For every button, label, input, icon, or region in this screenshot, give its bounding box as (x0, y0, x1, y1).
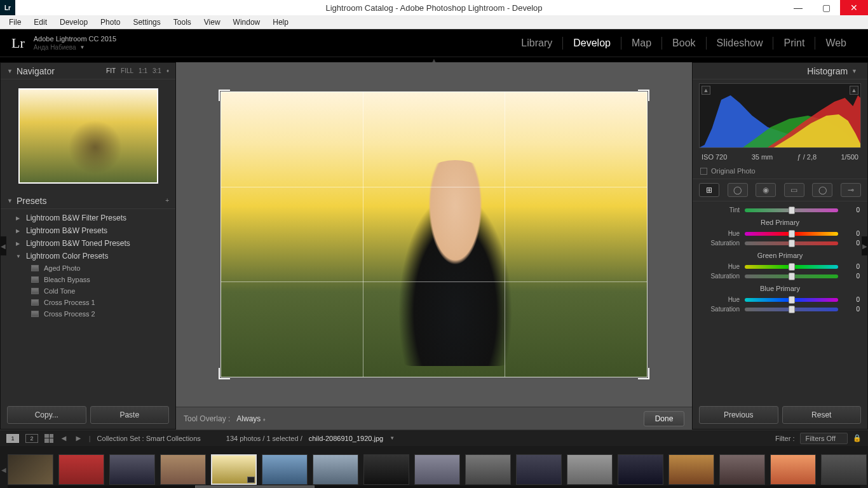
saturation-slider-row[interactable]: Saturation0 (700, 304, 860, 314)
image-canvas[interactable] (220, 92, 648, 377)
navigator-header[interactable]: ▼Navigator FITFILL1:13:1♦ (1, 63, 175, 79)
menu-tools[interactable]: Tools (167, 17, 198, 28)
menu-help[interactable]: Help (266, 17, 295, 28)
preset-group[interactable]: ▶Lightroom B&W Toned Presets (1, 237, 175, 250)
reset-button[interactable]: Reset (782, 406, 862, 424)
module-develop[interactable]: Develop (563, 37, 621, 50)
filmstrip-thumb[interactable] (516, 454, 562, 485)
crop-overlay[interactable] (220, 92, 648, 377)
filmstrip-thumb[interactable] (160, 454, 206, 485)
menu-view[interactable]: View (198, 17, 227, 28)
monitor-1-button[interactable]: 1 (6, 434, 19, 443)
filmstrip-thumb[interactable] (109, 454, 155, 485)
filmstrip-thumb[interactable] (668, 454, 714, 485)
module-print[interactable]: Print (773, 37, 815, 50)
right-panel-collapse[interactable]: ▶ (862, 236, 868, 255)
hue-slider-row[interactable]: Hue0 (700, 229, 860, 238)
filmstrip-thumb[interactable] (8, 454, 53, 485)
tint-slider-row[interactable]: Tint 0 (700, 205, 860, 215)
monitor-2-button[interactable]: 2 (25, 434, 38, 443)
filmstrip-thumb[interactable] (313, 454, 358, 485)
zoom-fit[interactable]: FIT (106, 67, 116, 74)
preset-item[interactable]: Cross Process 1 (1, 297, 175, 308)
saturation-slider-row[interactable]: Saturation0 (700, 271, 860, 281)
module-web[interactable]: Web (815, 37, 857, 50)
preset-item[interactable]: Cross Process 2 (1, 308, 175, 320)
filmstrip-thumb[interactable] (262, 454, 308, 485)
menu-file[interactable]: File (3, 17, 27, 28)
preset-group[interactable]: ▼Lightroom Color Presets (1, 250, 175, 262)
histogram-header[interactable]: Histogram▼ (693, 63, 867, 79)
next-photo-icon[interactable]: ► (74, 433, 83, 443)
filmstrip-scrollbar[interactable] (8, 485, 860, 488)
brush-tool[interactable]: ⊸ (841, 183, 861, 197)
crop-tool[interactable]: ⊞ (699, 183, 719, 197)
hue-slider-row[interactable]: Hue0 (700, 262, 860, 271)
image-canvas-area[interactable] (176, 62, 692, 407)
zoom-3-1[interactable]: 3:1 (153, 67, 161, 74)
radial-tool[interactable]: ◯ (812, 183, 832, 197)
menu-photo[interactable]: Photo (94, 17, 126, 28)
filmstrip-thumb[interactable] (211, 454, 257, 485)
original-photo-checkbox[interactable] (700, 168, 707, 175)
filmstrip-thumb[interactable] (465, 454, 511, 485)
saturation-slider-row[interactable]: Saturation0 (700, 238, 860, 248)
top-panel-collapse[interactable]: ▲ (0, 57, 868, 62)
maximize-button[interactable]: ▢ (812, 0, 840, 15)
menu-edit[interactable]: Edit (27, 17, 53, 28)
module-library[interactable]: Library (511, 37, 563, 50)
done-button[interactable]: Done (644, 411, 684, 426)
add-preset-icon[interactable]: + (165, 197, 169, 204)
crop-handle-br[interactable] (638, 368, 649, 379)
collection-path[interactable]: Collection Set : Smart Collections (97, 435, 201, 442)
preset-item[interactable]: Bleach Bypass (1, 274, 175, 285)
gradient-tool[interactable]: ▭ (784, 183, 804, 197)
preset-group[interactable]: ▶Lightroom B&W Presets (1, 224, 175, 237)
redeye-tool[interactable]: ◉ (756, 183, 776, 197)
filmstrip-thumb[interactable] (363, 454, 409, 485)
preset-group[interactable]: ▶Lightroom B&W Filter Presets (1, 212, 175, 224)
module-book[interactable]: Book (662, 37, 706, 50)
filmstrip-thumb[interactable] (414, 454, 460, 485)
filter-dropdown[interactable]: Filters Off (800, 433, 848, 444)
original-photo-row[interactable]: Original Photo (693, 165, 867, 179)
presets-header[interactable]: ▼Presets + (1, 193, 175, 209)
filmstrip-thumb[interactable] (719, 454, 765, 485)
crop-handle-tr[interactable] (638, 90, 649, 101)
prev-photo-icon[interactable]: ◄ (60, 433, 68, 443)
navigator-preview[interactable] (1, 79, 175, 193)
crop-handle-tl[interactable] (219, 90, 230, 101)
zoom-1-1[interactable]: 1:1 (139, 67, 147, 74)
hue-slider-row[interactable]: Hue0 (700, 295, 860, 304)
tool-overlay-dropdown[interactable]: Always ♦ (236, 414, 265, 423)
filmstrip-thumb[interactable] (770, 454, 816, 485)
preset-item[interactable]: Aged Photo (1, 262, 175, 274)
close-button[interactable]: ✕ (840, 0, 868, 15)
previous-button[interactable]: Previous (699, 406, 778, 424)
module-map[interactable]: Map (621, 37, 662, 50)
identity-plate-user[interactable]: Анда Набиева▼ (34, 44, 116, 51)
crop-handle-bl[interactable] (219, 368, 230, 379)
grid-view-icon[interactable] (44, 434, 53, 443)
filmstrip-thumb[interactable] (58, 454, 104, 485)
preset-item[interactable]: Cold Tone (1, 285, 175, 297)
histogram-display[interactable]: ▲ ▲ (699, 83, 861, 148)
zoom-fill[interactable]: FILL (121, 67, 133, 74)
spot-tool[interactable]: ◯ (728, 183, 748, 197)
filmstrip-thumb[interactable] (821, 454, 867, 485)
menu-settings[interactable]: Settings (126, 17, 166, 28)
menu-develop[interactable]: Develop (53, 17, 94, 28)
filmstrip[interactable]: ◀ ▶ (0, 446, 868, 488)
module-slideshow[interactable]: Slideshow (707, 37, 774, 50)
zoom-more-icon[interactable]: ♦ (166, 68, 169, 74)
filmstrip-thumb[interactable] (618, 454, 663, 485)
filter-lock-icon[interactable]: 🔒 (853, 434, 862, 442)
menu-window[interactable]: Window (227, 17, 267, 28)
paste-button[interactable]: Paste (90, 406, 170, 424)
copy-button[interactable]: Copy... (7, 406, 86, 424)
filmstrip-thumb[interactable] (567, 454, 613, 485)
minimize-button[interactable]: — (784, 0, 812, 15)
filename[interactable]: child-2086910_1920.jpg (309, 435, 383, 442)
filmstrip-left-arrow[interactable]: ◀ (1, 460, 7, 479)
left-panel-collapse[interactable]: ◀ (0, 236, 6, 255)
